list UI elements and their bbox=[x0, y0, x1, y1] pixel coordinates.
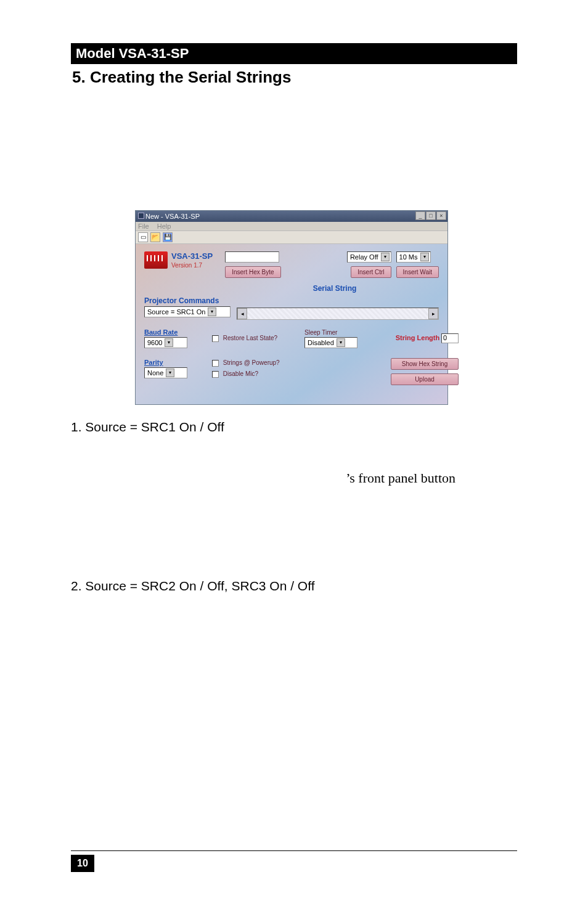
disable-mic-label: Disable Mic? bbox=[223, 370, 258, 377]
section-heading: 5. Creating the Serial Strings bbox=[72, 68, 517, 87]
restore-last-label: Restore Last State? bbox=[223, 335, 277, 341]
new-file-icon[interactable]: ▭ bbox=[138, 232, 148, 242]
window-titlebar: New - VSA-31-SP _ □ × bbox=[136, 211, 447, 222]
insert-ctrl-button[interactable]: Insert Ctrl bbox=[351, 266, 391, 278]
page-footer: 10 bbox=[71, 850, 517, 872]
close-button[interactable]: × bbox=[436, 211, 446, 220]
parity-combo[interactable]: None ▾ bbox=[144, 367, 187, 378]
source-combo[interactable]: Source = SRC1 On ▾ bbox=[144, 306, 231, 317]
string-length-field: 0 bbox=[441, 333, 459, 343]
hr-logo bbox=[144, 251, 168, 269]
string-length-label: String Length bbox=[396, 334, 440, 341]
chevron-down-icon: ▾ bbox=[208, 308, 216, 316]
chevron-down-icon: ▾ bbox=[381, 253, 390, 261]
window-title: New - VSA-31-SP bbox=[145, 213, 200, 220]
save-icon[interactable]: 💾 bbox=[163, 232, 173, 242]
body-serif-fragment: ’s front panel button bbox=[71, 470, 517, 486]
sleep-timer-label: Sleep Timer bbox=[304, 329, 385, 336]
chevron-down-icon: ▾ bbox=[166, 369, 174, 377]
brand-label: VSA-31-SP bbox=[171, 251, 213, 261]
menu-file[interactable]: File bbox=[138, 222, 149, 230]
baud-rate-value: 9600 bbox=[147, 339, 162, 346]
baud-rate-combo[interactable]: 9600 ▾ bbox=[144, 337, 187, 348]
body-item-2: 2. Source = SRC2 On / Off, SRC3 On / Off bbox=[71, 579, 517, 593]
upload-button[interactable]: Upload bbox=[391, 373, 459, 385]
maximize-button[interactable]: □ bbox=[426, 211, 436, 220]
app-screenshot: New - VSA-31-SP _ □ × File Help ▭ 📂 💾 bbox=[135, 210, 448, 405]
serial-string-field[interactable]: ◂ ▸ bbox=[237, 308, 439, 320]
app-icon bbox=[138, 213, 144, 219]
parity-value: None bbox=[147, 369, 163, 377]
hex-byte-input[interactable] bbox=[225, 251, 279, 263]
toolbar: ▭ 📂 💾 bbox=[136, 231, 447, 244]
source-combo-value: Source = SRC1 On bbox=[147, 308, 205, 316]
open-folder-icon[interactable]: 📂 bbox=[150, 232, 160, 242]
app-window: New - VSA-31-SP _ □ × File Help ▭ 📂 💾 bbox=[135, 210, 448, 405]
sleep-timer-combo[interactable]: Disabled ▾ bbox=[304, 337, 357, 348]
disable-mic-checkbox[interactable] bbox=[212, 371, 219, 378]
ms-combo[interactable]: 10 Ms ▾ bbox=[396, 251, 431, 263]
strings-powerup-checkbox[interactable] bbox=[212, 360, 219, 367]
page-number: 10 bbox=[71, 855, 94, 872]
parity-label: Parity bbox=[144, 359, 206, 366]
body-item-1: 1. Source = SRC1 On / Off bbox=[71, 420, 517, 434]
model-header: Model VSA-31-SP bbox=[71, 43, 517, 64]
scroll-left-icon[interactable]: ◂ bbox=[237, 308, 247, 319]
restore-last-checkbox[interactable] bbox=[212, 335, 219, 342]
minimize-button[interactable]: _ bbox=[415, 211, 425, 220]
sleep-timer-value: Disabled bbox=[308, 339, 334, 346]
projector-commands-label: Projector Commands bbox=[144, 296, 439, 305]
chevron-down-icon: ▾ bbox=[337, 338, 345, 347]
serial-string-heading: Serial String bbox=[231, 284, 439, 293]
chevron-down-icon: ▾ bbox=[165, 338, 173, 347]
menu-bar: File Help bbox=[136, 222, 447, 231]
ms-combo-value: 10 Ms bbox=[399, 253, 418, 261]
insert-wait-button[interactable]: Insert Wait bbox=[396, 266, 439, 278]
baud-rate-label: Baud Rate bbox=[144, 328, 206, 336]
chevron-down-icon: ▾ bbox=[420, 253, 429, 261]
strings-powerup-label: Strings @ Powerup? bbox=[223, 359, 280, 366]
client-area: VSA-31-SP Version 1.7 Insert Hex Byte bbox=[136, 244, 447, 404]
version-label: Version 1.7 bbox=[171, 262, 213, 269]
relay-combo[interactable]: Relay Off ▾ bbox=[347, 251, 391, 263]
insert-hex-byte-button[interactable]: Insert Hex Byte bbox=[225, 266, 280, 278]
menu-help[interactable]: Help bbox=[157, 222, 171, 230]
show-hex-string-button[interactable]: Show Hex String bbox=[391, 358, 459, 370]
scroll-right-icon[interactable]: ▸ bbox=[428, 308, 438, 319]
relay-combo-value: Relay Off bbox=[350, 253, 378, 261]
